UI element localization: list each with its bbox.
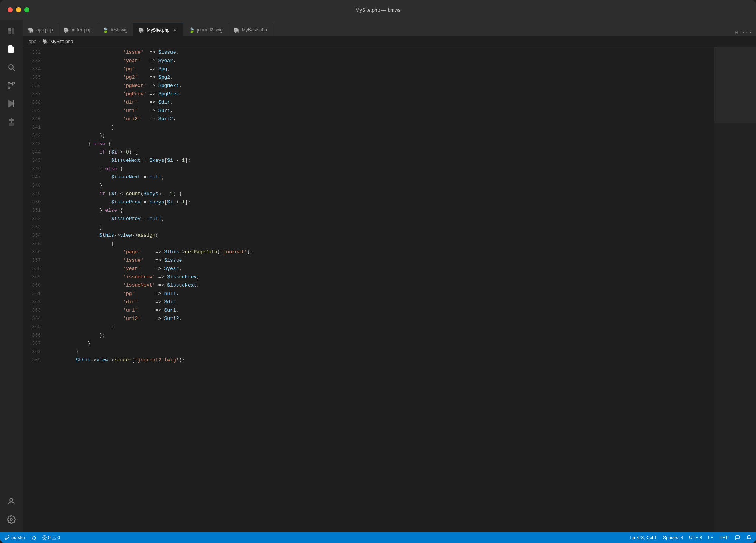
code-line: 'uri2' => $uri2,: [52, 315, 714, 323]
code-line: $issuePrev = null;: [52, 215, 714, 223]
status-sync[interactable]: [31, 535, 36, 540]
tabs-actions: ⊟ ···: [735, 29, 756, 36]
main-layout: 🐘 app.php 🐘 index.php 🍃 test.twig 🐘 MySi…: [0, 20, 756, 532]
line-number: 352: [23, 215, 41, 223]
code-line: 'pg' => null,: [52, 290, 714, 298]
tab-mysite[interactable]: 🐘 MySite.php ✕: [133, 23, 183, 36]
close-button[interactable]: [8, 7, 13, 12]
status-notification-icon[interactable]: [746, 535, 751, 540]
code-line: );: [52, 331, 714, 340]
error-count: ⓪ 0 △ 0: [42, 535, 60, 541]
code-line: }: [52, 182, 714, 190]
status-language[interactable]: PHP: [719, 535, 729, 540]
line-number: 333: [23, 57, 41, 65]
svg-point-4: [9, 65, 13, 69]
line-number: 360: [23, 281, 41, 290]
tab-mybase[interactable]: 🐘 MyBase.php: [228, 23, 273, 36]
line-number: 362: [23, 298, 41, 306]
code-line: 'uri2' => $uri2,: [52, 115, 714, 123]
code-line: 'pgPrev' => $pgPrev,: [52, 90, 714, 98]
code-line: }: [52, 340, 714, 348]
svg-rect-0: [8, 28, 11, 31]
line-number: 353: [23, 223, 41, 231]
code-line: } else {: [52, 206, 714, 215]
line-number: 368: [23, 348, 41, 356]
status-encoding[interactable]: UTF-8: [689, 535, 702, 540]
code-line: 'uri' => $uri,: [52, 107, 714, 115]
status-branch[interactable]: master: [5, 535, 25, 540]
svg-line-5: [13, 69, 15, 71]
minimap-slider[interactable]: [714, 47, 756, 123]
line-number: 358: [23, 265, 41, 273]
code-line: ]: [52, 123, 714, 132]
twig-icon: 🍃: [102, 27, 108, 33]
line-number: 342: [23, 132, 41, 140]
code-line: if ($i < count($keys) - 1) {: [52, 190, 714, 198]
code-line: if ($i > 0) {: [52, 148, 714, 157]
php-icon: 🐘: [28, 27, 34, 33]
php-icon: 🐘: [64, 27, 70, 33]
svg-point-7: [13, 82, 15, 84]
status-bar: master ⓪ 0 △ 0 Ln 373, Col 1 Spaces: 4 U…: [0, 532, 756, 543]
code-editor[interactable]: 3323333343353363373383393403413423433443…: [23, 47, 756, 532]
activity-files[interactable]: [3, 41, 20, 57]
activity-run[interactable]: [3, 95, 20, 112]
git-branch-icon: [5, 535, 10, 540]
activity-extensions[interactable]: [3, 113, 20, 130]
minimap-content: [714, 47, 756, 532]
svg-rect-2: [8, 31, 11, 34]
code-line: ]: [52, 323, 714, 331]
activity-explorer[interactable]: [3, 23, 20, 39]
line-number: 343: [23, 140, 41, 148]
line-number: 356: [23, 248, 41, 256]
line-number: 359: [23, 273, 41, 281]
line-number: 337: [23, 90, 41, 98]
svg-point-12: [10, 498, 13, 501]
activity-search[interactable]: [3, 59, 20, 76]
status-spaces[interactable]: Spaces: 4: [663, 535, 683, 540]
code-content[interactable]: 'issue' => $issue, 'year' => $year, 'pg'…: [46, 47, 714, 532]
code-line: 'dir' => $dir,: [52, 98, 714, 107]
code-line: 'issuePrev' => $issuePrev,: [52, 273, 714, 281]
svg-rect-1: [12, 28, 14, 31]
status-feedback-icon[interactable]: [735, 535, 740, 540]
line-number: 338: [23, 98, 41, 107]
tab-close-button[interactable]: ✕: [172, 27, 178, 33]
code-line: );: [52, 132, 714, 140]
sync-icon: [31, 535, 36, 540]
code-line: 'uri' => $uri,: [52, 306, 714, 315]
status-errors[interactable]: ⓪ 0 △ 0: [42, 535, 60, 541]
code-line: 'year' => $year,: [52, 265, 714, 273]
tab-app[interactable]: 🐘 app.php: [23, 23, 58, 36]
minimize-button[interactable]: [16, 7, 21, 12]
svg-point-8: [8, 87, 10, 89]
tab-index[interactable]: 🐘 index.php: [58, 23, 97, 36]
tab-journal2[interactable]: 🍃 journal2.twig: [183, 23, 228, 36]
breadcrumb-file[interactable]: MySite.php: [50, 39, 73, 44]
activity-settings[interactable]: [3, 511, 20, 528]
line-number: 363: [23, 306, 41, 315]
window-controls: [8, 7, 29, 12]
line-number: 365: [23, 323, 41, 331]
activity-account[interactable]: [3, 493, 20, 510]
code-line: 'issue' => $issue,: [52, 256, 714, 265]
split-editor-icon[interactable]: ⊟: [735, 29, 739, 36]
more-actions-icon[interactable]: ···: [741, 29, 752, 36]
code-line: 'pg' => $pg,: [52, 65, 714, 73]
maximize-button[interactable]: [24, 7, 29, 12]
activity-bar: [0, 20, 23, 532]
breadcrumb-app[interactable]: app: [29, 39, 36, 44]
breadcrumb-separator: ›: [39, 39, 40, 44]
line-number: 334: [23, 65, 41, 73]
status-position[interactable]: Ln 373, Col 1: [630, 535, 657, 540]
tab-test[interactable]: 🍃 test.twig: [97, 23, 133, 36]
code-line: }: [52, 348, 714, 356]
line-number: 364: [23, 315, 41, 323]
code-line: [: [52, 240, 714, 248]
line-numbers: 3323333343353363373383393403413423433443…: [23, 47, 46, 532]
line-number: 340: [23, 115, 41, 123]
status-line-ending[interactable]: LF: [708, 535, 713, 540]
activity-source-control[interactable]: [3, 77, 20, 94]
tabs-bar: 🐘 app.php 🐘 index.php 🍃 test.twig 🐘 MySi…: [23, 20, 756, 36]
branch-name: master: [11, 535, 25, 540]
